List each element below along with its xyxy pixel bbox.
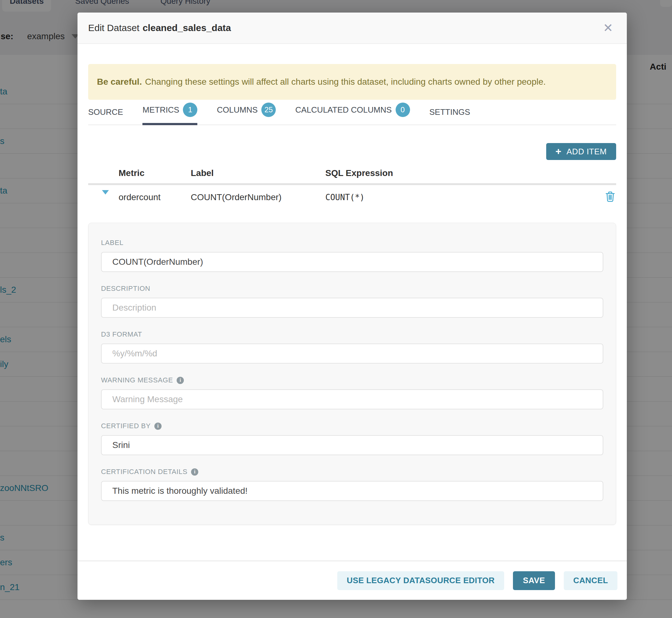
metric-label: COUNT(OrderNumber) [191, 192, 325, 202]
delete-metric-button[interactable] [604, 190, 616, 204]
close-icon[interactable]: ✕ [600, 21, 616, 35]
field-section-certification-details: CERTIFICATION DETAILS i [101, 468, 603, 501]
field-label-text: D3 FORMAT [101, 330, 142, 338]
modal-title-prefix: Edit Dataset [88, 23, 139, 33]
field-section-certified-by: CERTIFIED BY i [101, 422, 603, 455]
col-header-metric: Metric [119, 168, 191, 178]
col-header-label: Label [191, 168, 325, 178]
tab-label: SETTINGS [429, 107, 470, 117]
metrics-table-header: Metric Label SQL Expression [88, 165, 616, 181]
field-label: D3 FORMAT [101, 330, 603, 338]
expand-caret-icon[interactable] [102, 190, 109, 200]
field-section-d3-format: D3 FORMAT [101, 330, 603, 364]
tab-label: METRICS [142, 105, 179, 115]
field-label: LABEL [101, 239, 603, 247]
col-header-sql: SQL Expression [325, 168, 597, 178]
field-section-description: DESCRIPTION [101, 285, 603, 318]
info-icon[interactable]: i [154, 423, 162, 430]
field-label: CERTIFICATION DETAILS i [101, 468, 603, 476]
metric-sql: COUNT(*) [325, 193, 597, 202]
metric-row: ordercount COUNT(OrderNumber) COUNT(*) [88, 185, 616, 209]
field-label-text: LABEL [101, 239, 124, 247]
cancel-button[interactable]: CANCEL [564, 571, 617, 590]
edit-dataset-modal: Edit Datasetcleaned_sales_data ✕ Be care… [78, 13, 627, 600]
field-label-text: CERTIFICATION DETAILS [101, 468, 187, 476]
tab-label: CALCULATED COLUMNS [295, 105, 392, 115]
add-item-button[interactable]: + ADD ITEM [546, 143, 616, 160]
dataset-name: cleaned_sales_data [142, 23, 231, 33]
field-section-label: LABEL [101, 239, 603, 272]
metric-name: ordercount [119, 192, 191, 202]
modal-header: Edit Datasetcleaned_sales_data ✕ [78, 13, 627, 44]
add-item-row: + ADD ITEM [88, 143, 616, 160]
tab-calculated-columns[interactable]: CALCULATED COLUMNS 0 [295, 103, 410, 124]
calculated-columns-count-badge: 0 [396, 103, 410, 117]
field-label: DESCRIPTION [101, 285, 603, 293]
field-label: WARNING MESSAGE i [101, 376, 603, 384]
warning-text: Changing these settings will affect all … [145, 77, 546, 87]
d3-format-input[interactable] [101, 343, 603, 364]
plus-icon: + [556, 146, 562, 156]
info-icon[interactable]: i [191, 469, 198, 476]
certified-by-input[interactable] [101, 435, 603, 455]
label-input[interactable] [101, 252, 603, 272]
certification-details-input[interactable] [101, 481, 603, 501]
field-label: CERTIFIED BY i [101, 422, 603, 430]
warning-bold: Be careful. [97, 77, 142, 87]
modal-title: Edit Datasetcleaned_sales_data [88, 23, 231, 33]
warning-message-input[interactable] [101, 389, 603, 409]
field-label-text: WARNING MESSAGE [101, 376, 173, 384]
tab-settings[interactable]: SETTINGS [429, 107, 470, 124]
field-label-text: CERTIFIED BY [101, 422, 151, 430]
tab-metrics[interactable]: METRICS 1 [142, 103, 197, 124]
tab-label: SOURCE [88, 107, 123, 117]
field-label-text: DESCRIPTION [101, 285, 150, 293]
modal-tabs: SOURCE METRICS 1 COLUMNS 25 CALCULATED C… [88, 104, 616, 125]
trash-icon [605, 191, 615, 202]
tab-label: COLUMNS [217, 105, 258, 115]
warning-banner: Be careful. Changing these settings will… [88, 64, 616, 100]
screen: Datasets Saved Queries Query History se:… [0, 0, 672, 618]
description-input[interactable] [101, 298, 603, 318]
save-button[interactable]: SAVE [513, 571, 555, 590]
columns-count-badge: 25 [261, 103, 276, 117]
add-item-label: ADD ITEM [567, 147, 607, 157]
modal-footer: USE LEGACY DATASOURCE EDITOR SAVE CANCEL [78, 560, 627, 600]
info-icon[interactable]: i [177, 377, 184, 384]
use-legacy-datasource-editor-button[interactable]: USE LEGACY DATASOURCE EDITOR [337, 571, 504, 590]
metric-detail-panel: LABEL DESCRIPTION D3 FORMAT [88, 223, 616, 525]
field-section-warning-message: WARNING MESSAGE i [101, 376, 603, 409]
tab-source[interactable]: SOURCE [88, 107, 123, 124]
tab-columns[interactable]: COLUMNS 25 [217, 103, 276, 124]
metrics-count-badge: 1 [183, 103, 197, 117]
modal-body: Be careful. Changing these settings will… [78, 44, 627, 560]
